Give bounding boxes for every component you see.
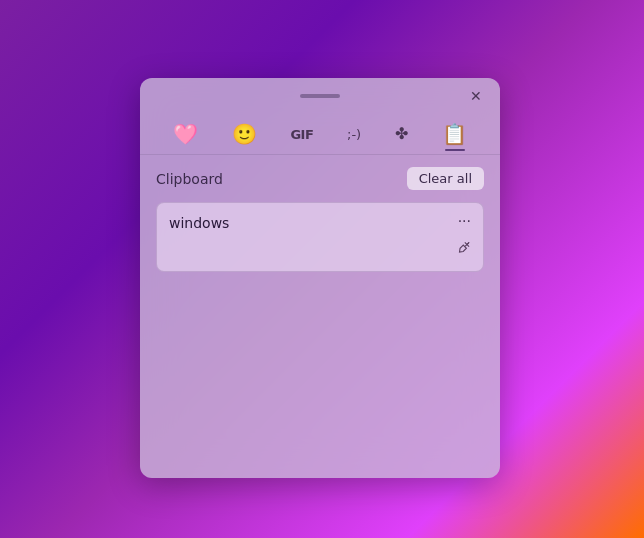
pin-icon [448, 235, 477, 264]
clipboard-content: Clipboard Clear all windows ··· [140, 155, 500, 478]
symbols-icon: ✤ [395, 126, 408, 142]
drag-handle [300, 94, 340, 98]
title-bar: ✕ [140, 78, 500, 114]
emoji-recent-icon: 🩷 [173, 124, 198, 144]
ellipsis-icon: ··· [458, 212, 471, 229]
section-title: Clipboard [156, 171, 223, 187]
active-indicator [445, 149, 465, 151]
clipboard-item-text: windows [169, 215, 229, 231]
kaomoji-icon: ;-) [347, 128, 361, 141]
tab-emoji-recent[interactable]: 🩷 [165, 120, 206, 148]
close-icon: ✕ [470, 88, 482, 104]
gif-icon: GIF [290, 128, 313, 141]
emoji-smiley-icon: 🙂 [232, 124, 257, 144]
item-actions: ··· [454, 211, 475, 231]
emoji-clipboard-panel: ✕ 🩷 🙂 GIF ;-) ✤ 📋 Clipboard Clear all [140, 78, 500, 478]
tab-kaomoji[interactable]: ;-) [339, 124, 369, 145]
svg-line-0 [467, 242, 469, 244]
clipboard-icon: 📋 [442, 124, 467, 144]
clipboard-item: windows ··· [156, 202, 484, 272]
clear-all-button[interactable]: Clear all [407, 167, 484, 190]
close-button[interactable]: ✕ [462, 82, 490, 110]
section-header: Clipboard Clear all [156, 167, 484, 190]
tab-clipboard[interactable]: 📋 [434, 120, 475, 148]
pin-button[interactable] [449, 236, 475, 263]
tab-symbols[interactable]: ✤ [387, 122, 416, 146]
tab-emoji-smiley[interactable]: 🙂 [224, 120, 265, 148]
tab-gif[interactable]: GIF [282, 124, 321, 145]
tab-bar: 🩷 🙂 GIF ;-) ✤ 📋 [140, 114, 500, 148]
more-options-button[interactable]: ··· [454, 211, 475, 231]
